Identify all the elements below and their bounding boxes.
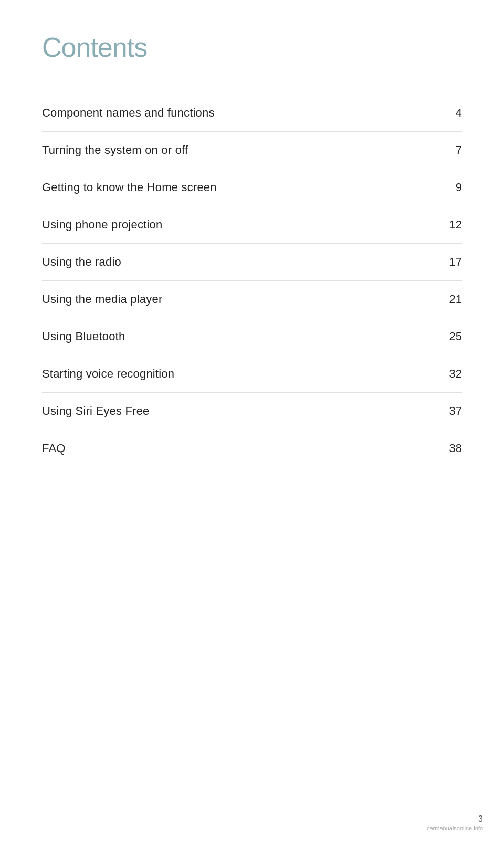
toc-item-title: Component names and functions [42, 95, 433, 132]
toc-item-title: Using the media player [42, 281, 433, 318]
watermark: carmanualsonline.info [427, 825, 483, 831]
toc-table: Component names and functions4Turning th… [42, 95, 462, 467]
toc-item-page: 4 [433, 95, 462, 132]
toc-item-page: 12 [433, 206, 462, 244]
toc-item-title: Using the radio [42, 244, 433, 281]
toc-item-title: Using Bluetooth [42, 318, 433, 355]
toc-row: Using the media player21 [42, 281, 462, 318]
toc-row: FAQ38 [42, 430, 462, 467]
toc-item-page: 9 [433, 169, 462, 206]
toc-item-title: Starting voice recognition [42, 355, 433, 393]
page-container: Contents Component names and functions4T… [0, 0, 504, 847]
toc-row: Using phone projection12 [42, 206, 462, 244]
toc-item-page: 32 [433, 355, 462, 393]
toc-item-title: FAQ [42, 430, 433, 467]
toc-item-page: 37 [433, 393, 462, 430]
page-title: Contents [42, 32, 462, 63]
toc-item-title: Turning the system on or off [42, 132, 433, 169]
toc-item-title: Using Siri Eyes Free [42, 393, 433, 430]
toc-item-page: 17 [433, 244, 462, 281]
toc-row: Using Bluetooth25 [42, 318, 462, 355]
toc-item-page: 7 [433, 132, 462, 169]
toc-row: Using Siri Eyes Free37 [42, 393, 462, 430]
toc-row: Getting to know the Home screen9 [42, 169, 462, 206]
toc-item-page: 38 [433, 430, 462, 467]
page-number: 3 [478, 814, 483, 824]
toc-item-page: 21 [433, 281, 462, 318]
toc-item-title: Using phone projection [42, 206, 433, 244]
toc-row: Starting voice recognition32 [42, 355, 462, 393]
toc-row: Component names and functions4 [42, 95, 462, 132]
toc-row: Using the radio17 [42, 244, 462, 281]
toc-item-title: Getting to know the Home screen [42, 169, 433, 206]
toc-row: Turning the system on or off7 [42, 132, 462, 169]
toc-item-page: 25 [433, 318, 462, 355]
